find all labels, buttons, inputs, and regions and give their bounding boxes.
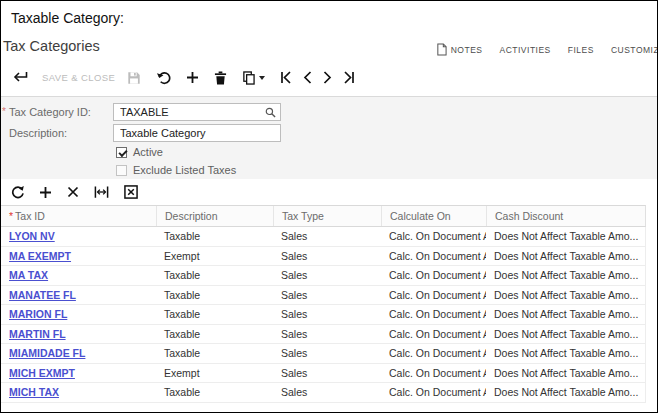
cell-description[interactable]: Exempt bbox=[156, 367, 273, 379]
save-button[interactable] bbox=[127, 68, 141, 88]
refresh-icon bbox=[11, 185, 24, 199]
tax-category-id-input[interactable] bbox=[113, 103, 281, 121]
tax-id-link[interactable]: MA TAX bbox=[9, 269, 48, 281]
tax-id-link[interactable]: MARTIN FL bbox=[9, 328, 66, 340]
exclude-listed-taxes-checkbox[interactable] bbox=[116, 165, 127, 176]
customization-link[interactable]: CUSTOMIZATION bbox=[611, 45, 658, 55]
go-first-button[interactable] bbox=[280, 68, 292, 88]
go-previous-button[interactable] bbox=[303, 68, 312, 88]
column-header-tax-id[interactable]: * Tax ID bbox=[1, 206, 156, 226]
tax-id-link[interactable]: MICH EXMPT bbox=[9, 367, 75, 379]
table-row: MARION FL Taxable Sales Calc. On Documen… bbox=[1, 305, 646, 325]
cell-calculate-on[interactable]: Calc. On Document A... bbox=[381, 367, 486, 379]
first-record-icon bbox=[280, 71, 292, 84]
x-icon bbox=[67, 186, 79, 198]
cell-calculate-on[interactable]: Calc. On Document A... bbox=[381, 250, 486, 262]
column-header-description[interactable]: Description bbox=[156, 206, 273, 226]
tax-id-link[interactable]: MANATEE FL bbox=[9, 289, 76, 301]
cell-description[interactable]: Taxable bbox=[156, 386, 273, 398]
delete-row-button[interactable] bbox=[67, 186, 79, 198]
active-checkbox[interactable] bbox=[116, 147, 127, 158]
cell-description[interactable]: Taxable bbox=[156, 289, 273, 301]
last-record-icon bbox=[343, 71, 355, 84]
delete-button[interactable] bbox=[214, 68, 227, 88]
cell-tax-type[interactable]: Sales bbox=[273, 250, 381, 262]
add-row-button[interactable] bbox=[39, 186, 52, 199]
tax-id-link[interactable]: MA EXEMPT bbox=[9, 250, 71, 262]
cell-cash-discount[interactable]: Does Not Affect Taxable Amo... bbox=[486, 269, 645, 281]
go-last-button[interactable] bbox=[343, 68, 355, 88]
copy-paste-dropdown-caret bbox=[259, 76, 265, 80]
save-and-close-button[interactable]: SAVE & CLOSE bbox=[42, 72, 115, 83]
header-links: NOTES ACTIVITIES FILES CUSTOMIZATION bbox=[436, 43, 658, 56]
table-row: LYON NV Taxable Sales Calc. On Document … bbox=[1, 227, 646, 247]
cell-calculate-on[interactable]: Calc. On Document A... bbox=[381, 230, 486, 242]
refresh-button[interactable] bbox=[11, 185, 24, 199]
cell-tax-type[interactable]: Sales bbox=[273, 386, 381, 398]
exclude-listed-taxes-label: Exclude Listed Taxes bbox=[133, 164, 236, 176]
cell-tax-id: MA TAX bbox=[1, 269, 156, 281]
cell-description[interactable]: Taxable bbox=[156, 230, 273, 242]
cell-cash-discount[interactable]: Does Not Affect Taxable Amo... bbox=[486, 230, 645, 242]
cell-tax-type[interactable]: Sales bbox=[273, 230, 381, 242]
cell-tax-type[interactable]: Sales bbox=[273, 269, 381, 281]
undo-button[interactable] bbox=[156, 68, 171, 88]
export-to-excel-button[interactable] bbox=[124, 185, 138, 199]
main-toolbar: SAVE & CLOSE bbox=[1, 59, 657, 97]
cell-cash-discount[interactable]: Does Not Affect Taxable Amo... bbox=[486, 347, 645, 359]
cell-calculate-on[interactable]: Calc. On Document A... bbox=[381, 386, 486, 398]
tax-id-link[interactable]: MARION FL bbox=[9, 308, 67, 320]
cell-calculate-on[interactable]: Calc. On Document A... bbox=[381, 269, 486, 281]
column-header-tax-type[interactable]: Tax Type bbox=[273, 206, 381, 226]
tax-id-link[interactable]: MICH TAX bbox=[9, 386, 59, 398]
go-next-button[interactable] bbox=[323, 68, 332, 88]
grid-body: LYON NV Taxable Sales Calc. On Document … bbox=[1, 227, 657, 403]
cell-tax-id: MARTIN FL bbox=[1, 328, 156, 340]
files-link[interactable]: FILES bbox=[568, 45, 594, 55]
cell-tax-id: MARION FL bbox=[1, 308, 156, 320]
activities-link[interactable]: ACTIVITIES bbox=[500, 45, 551, 55]
cell-calculate-on[interactable]: Calc. On Document A... bbox=[381, 289, 486, 301]
notes-link[interactable]: NOTES bbox=[436, 43, 483, 56]
column-header-calculate-on[interactable]: Calculate On bbox=[381, 206, 486, 226]
add-button[interactable] bbox=[186, 68, 199, 88]
cell-calculate-on[interactable]: Calc. On Document A... bbox=[381, 347, 486, 359]
tax-id-link[interactable]: LYON NV bbox=[9, 230, 55, 242]
trash-icon bbox=[214, 71, 227, 85]
table-row: MANATEE FL Taxable Sales Calc. On Docume… bbox=[1, 286, 646, 306]
tax-id-link[interactable]: MIAMIDADE FL bbox=[9, 347, 85, 359]
description-input[interactable] bbox=[113, 124, 281, 142]
cell-tax-id: MICH EXMPT bbox=[1, 367, 156, 379]
cell-tax-type[interactable]: Sales bbox=[273, 308, 381, 320]
tax-category-id-label: Tax Category ID: bbox=[9, 106, 91, 118]
cell-tax-type[interactable]: Sales bbox=[273, 367, 381, 379]
lookup-magnifier-icon[interactable] bbox=[265, 107, 276, 120]
summary-form: * Tax Category ID: Description: Active E… bbox=[1, 97, 657, 179]
undo-icon bbox=[156, 71, 171, 85]
table-row: MICH TAX Taxable Sales Calc. On Document… bbox=[1, 383, 646, 403]
cell-tax-type[interactable]: Sales bbox=[273, 347, 381, 359]
cell-cash-discount[interactable]: Does Not Affect Taxable Amo... bbox=[486, 289, 645, 301]
required-marker: * bbox=[9, 210, 13, 222]
cell-tax-type[interactable]: Sales bbox=[273, 328, 381, 340]
cell-cash-discount[interactable]: Does Not Affect Taxable Amo... bbox=[486, 308, 645, 320]
cell-cash-discount[interactable]: Does Not Affect Taxable Amo... bbox=[486, 328, 645, 340]
cell-cash-discount[interactable]: Does Not Affect Taxable Amo... bbox=[486, 367, 645, 379]
cell-tax-type[interactable]: Sales bbox=[273, 289, 381, 301]
fit-width-icon bbox=[94, 186, 109, 198]
cell-cash-discount[interactable]: Does Not Affect Taxable Amo... bbox=[486, 386, 645, 398]
cell-description[interactable]: Taxable bbox=[156, 347, 273, 359]
copy-paste-button[interactable] bbox=[242, 68, 265, 88]
cell-description[interactable]: Taxable bbox=[156, 308, 273, 320]
cell-calculate-on[interactable]: Calc. On Document A... bbox=[381, 328, 486, 340]
column-header-cash-discount[interactable]: Cash Discount bbox=[486, 206, 645, 226]
fit-to-width-button[interactable] bbox=[94, 186, 109, 198]
cell-tax-id: MICH TAX bbox=[1, 386, 156, 398]
back-button[interactable] bbox=[11, 68, 28, 88]
cell-description[interactable]: Taxable bbox=[156, 269, 273, 281]
cell-description[interactable]: Taxable bbox=[156, 328, 273, 340]
cell-description[interactable]: Exempt bbox=[156, 250, 273, 262]
cell-calculate-on[interactable]: Calc. On Document A... bbox=[381, 308, 486, 320]
cell-cash-discount[interactable]: Does Not Affect Taxable Amo... bbox=[486, 250, 645, 262]
note-icon bbox=[436, 43, 447, 56]
